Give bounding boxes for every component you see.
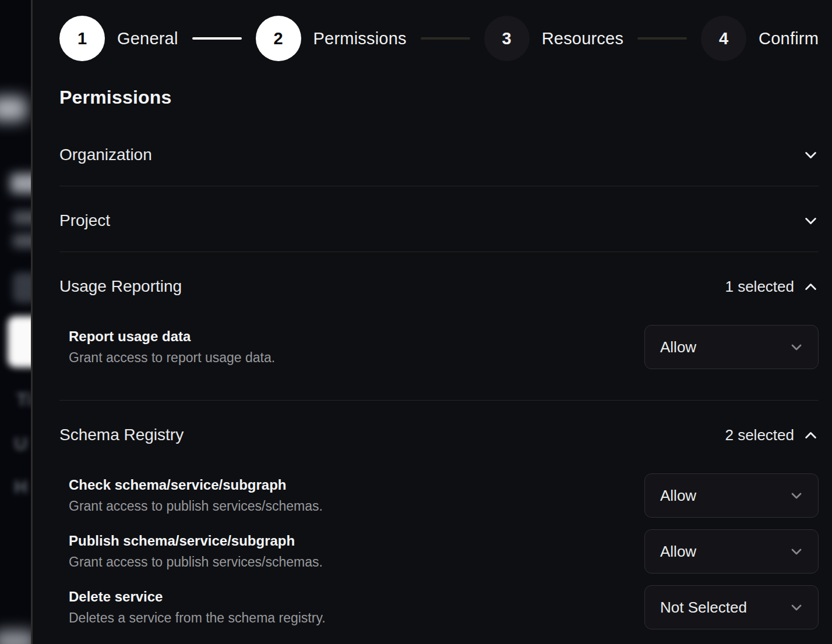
section-project: Project [59, 186, 819, 252]
permission-title: Report usage data [69, 328, 275, 345]
permission-sections: Organization Project [59, 121, 819, 629]
step-confirm[interactable]: 4 Confirm [701, 16, 819, 61]
permission-row: Report usage data Grant access to report… [69, 325, 819, 369]
sidebar-blurred-item: H [14, 476, 27, 498]
section-title: Usage Reporting [59, 277, 182, 296]
permission-description: Grant access to publish services/schemas… [69, 498, 323, 514]
sidebar-blurred-background: Ti U H [0, 0, 31, 644]
select-value: Allow [660, 487, 696, 505]
selected-count-badge: 1 selected [725, 278, 794, 296]
permission-description: Deletes a service from the schema regist… [69, 610, 326, 626]
permission-description: Grant access to report usage data. [69, 350, 275, 366]
permission-level-select[interactable]: Not Selected [644, 585, 819, 629]
sidebar-blurred-item [0, 97, 27, 121]
chevron-up-icon [803, 427, 819, 443]
section-schema-registry-toggle[interactable]: Schema Registry 2 selected [59, 426, 819, 444]
sidebar-blurred-item [0, 630, 31, 644]
permission-title: Delete service [69, 589, 326, 605]
step-connector [421, 37, 470, 40]
section-organization-toggle[interactable]: Organization [59, 146, 819, 164]
sidebar-blurred-item [13, 211, 31, 225]
permission-row: Delete service Deletes a service from th… [69, 585, 819, 629]
permission-level-select[interactable]: Allow [644, 325, 819, 369]
sidebar-blurred-card [8, 316, 31, 367]
step-number-badge: 3 [484, 16, 530, 61]
chevron-up-icon [803, 279, 819, 295]
sidebar-blurred-item: U [14, 433, 27, 455]
step-general[interactable]: 1 General [59, 16, 178, 61]
permission-title: Check schema/service/subgraph [69, 477, 323, 493]
sidebar-blurred-item [10, 174, 31, 193]
wizard-stepper: 1 General 2 Permissions 3 Resources 4 Co… [59, 16, 819, 61]
sidebar-blurred-item [13, 273, 31, 303]
permission-level-select[interactable]: Allow [644, 473, 819, 518]
app-window: Ti U H 1 General 2 Permissions 3 Resourc… [0, 0, 832, 644]
select-value: Allow [660, 543, 696, 561]
permission-description: Grant access to publish services/schemas… [69, 554, 323, 570]
section-organization: Organization [59, 121, 819, 186]
section-usage-reporting: Usage Reporting 1 selected Report usage … [59, 252, 819, 401]
chevron-down-icon [788, 339, 805, 355]
section-schema-registry: Schema Registry 2 selected Check schema/… [59, 401, 819, 629]
permission-level-select[interactable]: Allow [644, 529, 819, 574]
permission-title: Publish schema/service/subgraph [69, 533, 323, 549]
section-title: Organization [59, 146, 152, 164]
access-token-wizard-panel: 1 General 2 Permissions 3 Resources 4 Co… [33, 0, 832, 644]
step-label: Confirm [759, 29, 819, 48]
select-value: Allow [660, 338, 696, 356]
permission-row: Publish schema/service/subgraph Grant ac… [69, 529, 819, 574]
step-connector [637, 37, 687, 40]
sidebar-blurred-item [13, 234, 31, 248]
permission-row: Check schema/service/subgraph Grant acce… [69, 473, 819, 518]
step-permissions[interactable]: 2 Permissions [256, 16, 407, 61]
sidebar-blurred-item: Ti [16, 389, 31, 411]
section-title: Schema Registry [59, 426, 184, 444]
step-number-badge: 2 [256, 16, 301, 61]
chevron-down-icon [788, 487, 805, 504]
chevron-down-icon [803, 213, 819, 229]
step-number-badge: 1 [59, 16, 105, 61]
step-number-badge: 4 [701, 16, 746, 61]
chevron-down-icon [788, 599, 805, 615]
select-value: Not Selected [660, 599, 747, 617]
section-usage-reporting-toggle[interactable]: Usage Reporting 1 selected [59, 277, 819, 296]
selected-count-badge: 2 selected [725, 426, 794, 444]
chevron-down-icon [788, 543, 805, 560]
chevron-down-icon [803, 147, 819, 163]
step-resources[interactable]: 3 Resources [484, 16, 623, 61]
step-label: Resources [542, 29, 623, 48]
page-title: Permissions [59, 87, 819, 108]
section-title: Project [59, 211, 110, 230]
step-label: General [117, 29, 178, 48]
step-connector [192, 37, 242, 40]
section-project-toggle[interactable]: Project [59, 211, 819, 230]
step-label: Permissions [313, 29, 407, 48]
